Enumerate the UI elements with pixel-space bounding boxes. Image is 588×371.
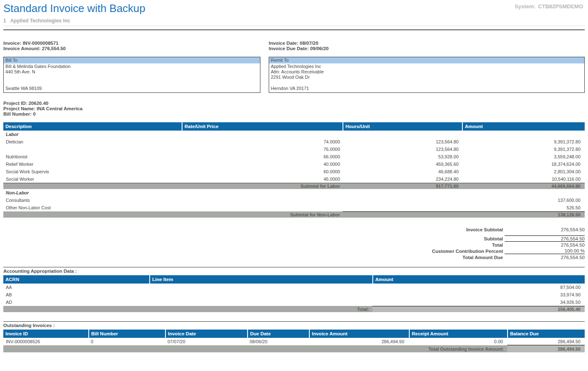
subtotal-value: 276,554.50 — [505, 235, 585, 242]
page-title: Standard Invoice with Backup — [3, 2, 585, 15]
accounting-total-amount: 156,405.40 — [372, 306, 585, 312]
address-boxes: Bill To Bill & Melinda Gates Foundation … — [3, 57, 585, 93]
outstanding-header-row: Invoice ID Bill Number Invoice Date Due … — [3, 330, 585, 338]
meta-right: Invoice Date: 08/07/20 Invoice Due Date:… — [269, 41, 328, 51]
line-amount: 2,801,304.00 — [462, 169, 585, 174]
accounting-section-divider — [3, 267, 585, 267]
line-rate: 76.0000 — [182, 147, 343, 152]
subtotal-labor-row: Subtotal for Labor 917,771.60 44,666,664… — [3, 183, 585, 189]
acrn-value: AB — [3, 292, 149, 297]
line-items-header-row: Description Rate/Unit Price Hours/Unit A… — [3, 122, 585, 131]
section-label-labor: Labor — [3, 132, 182, 137]
outstanding-total-amount: 286,494.50 — [507, 345, 585, 352]
line-amount: 9,391,372.80 — [462, 139, 585, 144]
acct-amount-value: 33,974.90 — [372, 292, 585, 297]
company-number: 1 — [3, 18, 6, 24]
section-label-row: Labor — [3, 131, 585, 138]
contribution-percent-label: Customer Contribution Percent — [432, 249, 505, 254]
col-header-receipt-amount: Receipt Amount — [409, 330, 507, 338]
invoice-subtotal-label: Invoice Subtotal — [466, 227, 505, 232]
acrn-value: AD — [3, 300, 149, 305]
line-description: Nutritionist — [3, 154, 182, 159]
subtotal-label: Subtotal — [484, 236, 505, 241]
table-row: AB 33,974.90 — [3, 291, 585, 298]
system-label: System: — [515, 3, 536, 10]
remit-to-box: Remit To Applied Technologies Inc Attn: … — [269, 57, 585, 93]
invoice-number: INV-0000008571 — [23, 41, 58, 46]
contribution-percent-row: Customer Contribution Percent 100.00 % — [3, 248, 585, 254]
total-amount-due-value: 276,554.50 — [505, 254, 585, 260]
invoice-subtotal-value: 276,554.50 — [505, 226, 585, 233]
bill-number-line: Bill Number: 0 — [3, 112, 585, 117]
table-row: Dietician 74.0000 123,564.80 9,391,372.8… — [3, 138, 585, 145]
bill-to-line: Seattle WA 98109 — [5, 86, 258, 91]
totals-summary: Invoice Subtotal 276,554.50 Subtotal 276… — [3, 226, 585, 260]
outstanding-section-divider — [3, 321, 585, 322]
line-amount: 526.50 — [462, 205, 585, 210]
table-row: Consultants 137,600.00 — [3, 196, 585, 204]
table-row: Other Non-Labor Cost 526.50 — [3, 204, 585, 211]
outstanding-receipt-amount: 0.00 — [409, 339, 507, 344]
line-hours: 459,365.60 — [343, 162, 462, 167]
remit-to-line: Herndon VA 20171 — [271, 86, 583, 91]
acrn-value: AA — [3, 285, 149, 290]
col-header-acct-amount: Amount — [372, 275, 585, 284]
line-items-table: Description Rate/Unit Price Hours/Unit A… — [3, 122, 585, 218]
line-description: Relief Worker — [3, 162, 182, 167]
accounting-total-label: Total: — [3, 306, 372, 312]
line-rate: 45.0000 — [182, 177, 343, 182]
table-row: Social Worker 45.0000 234,224.80 10,540,… — [3, 175, 585, 183]
subtotal-non-labor-label: Subtotal for Non-Labor — [3, 211, 343, 218]
contribution-percent-value: 100.00 % — [505, 248, 585, 254]
remit-to-line: Applied Technologies Inc — [271, 64, 583, 69]
table-row: Relief Worker 40.0000 459,365.60 18,374,… — [3, 160, 585, 168]
bill-to-line: Bill & Melinda Gates Foundation — [5, 64, 258, 69]
remit-to-line: 2291 Wood Oak Dr — [271, 75, 583, 80]
line-rate: 60.0000 — [182, 169, 343, 174]
table-row: AA 87,504.00 — [3, 284, 585, 291]
col-header-acrn: ACRN — [3, 275, 149, 284]
col-header-invoice-date: Invoice Date — [165, 330, 247, 338]
col-header-invoice-id: Invoice ID — [3, 330, 88, 338]
subtotal-labor-amount: 44,666,664.80 — [462, 184, 585, 189]
bill-number: 0 — [33, 112, 36, 116]
remit-to-line: Attn: Accounts Receivable — [271, 69, 583, 75]
remit-to-line — [271, 80, 583, 86]
total-row: Total 276,554.50 — [3, 242, 585, 248]
header-divider — [3, 29, 585, 30]
table-row: AD 34,926.50 — [3, 298, 585, 306]
line-hours: 234,224.80 — [343, 177, 462, 182]
col-header-line-item: Line Item — [149, 275, 372, 284]
accounting-total-row: Total: 156,405.40 — [3, 306, 585, 312]
line-description: Consultants — [3, 198, 182, 203]
bill-to-line — [5, 75, 258, 80]
bill-to-line: 440 5th Ave. N — [5, 69, 258, 75]
line-rate: 40.0000 — [182, 162, 343, 167]
acct-amount-value: 87,504.00 — [372, 285, 585, 290]
subtotal-row: Subtotal 276,554.50 — [3, 235, 585, 242]
subtotal-non-labor-amount: 138,126.50 — [462, 212, 585, 217]
invoice-date: 08/07/20 — [300, 41, 318, 46]
outstanding-balance-due: 286,494.50 — [507, 338, 585, 345]
total-amount-due-row: Total Amount Due 276,554.50 — [3, 254, 585, 260]
acct-amount-value: 34,926.50 — [372, 300, 585, 305]
outstanding-section-title: Outstanding Invoices : — [3, 323, 585, 328]
invoice-subtotal-row: Invoice Subtotal 276,554.50 — [3, 226, 585, 233]
col-header-due-date: Due Date — [247, 330, 309, 338]
line-hours: 46,688.40 — [343, 169, 462, 174]
outstanding-bill-number: 0 — [88, 339, 165, 344]
outstanding-invoices-table: Invoice ID Bill Number Invoice Date Due … — [3, 330, 585, 352]
project-info: Project ID: 20620.40 Project Name: INA C… — [3, 101, 585, 116]
report-header: Standard Invoice with Backup System:CTB8… — [3, 0, 585, 30]
line-description: Social Work Supervis — [3, 169, 182, 174]
accounting-table: ACRN Line Item Amount AA 87,504.00 AB 33… — [3, 275, 585, 312]
line-amount: 137,600.00 — [462, 198, 585, 203]
project-id: 20620.40 — [29, 101, 49, 106]
outstanding-total-label: Total Outstanding Invoice Amount: — [3, 345, 507, 352]
remit-to-header: Remit To — [269, 57, 584, 63]
bill-to-line — [5, 80, 258, 86]
line-hours: 123,564.80 — [343, 147, 462, 152]
outstanding-due-date: 08/06/20 — [247, 339, 309, 344]
table-row: Social Work Supervis 60.0000 46,688.40 2… — [3, 168, 585, 175]
line-amount: 9,391,372.80 — [462, 147, 585, 152]
